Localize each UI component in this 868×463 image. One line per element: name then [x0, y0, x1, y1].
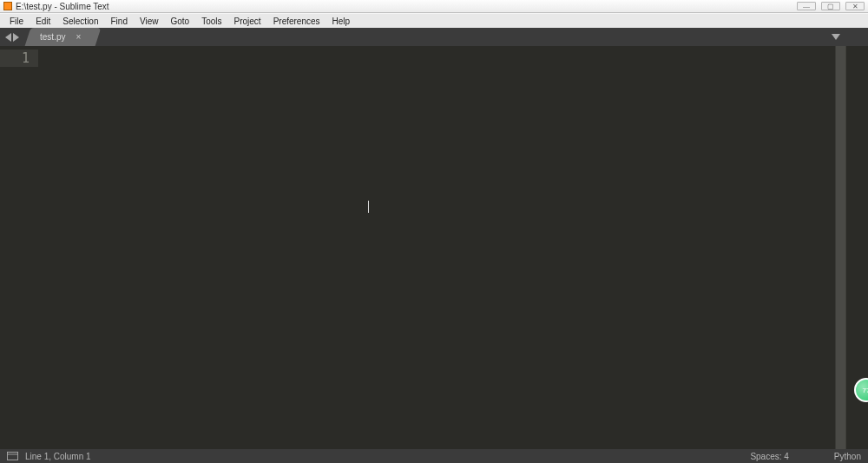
nav-back-icon[interactable]: [5, 33, 11, 42]
minimize-button[interactable]: —: [797, 2, 816, 10]
menu-view[interactable]: View: [134, 15, 165, 28]
menubar: File Edit Selection Find View Goto Tools…: [0, 13, 868, 28]
menu-preferences[interactable]: Preferences: [267, 15, 326, 28]
menu-help[interactable]: Help: [326, 15, 357, 28]
menu-project[interactable]: Project: [228, 15, 267, 28]
tab-history-nav: [0, 28, 24, 46]
menu-edit[interactable]: Edit: [30, 15, 56, 28]
tab-label: test.py: [40, 32, 65, 42]
menu-tools[interactable]: Tools: [195, 15, 227, 28]
tabbar-right-controls: [825, 28, 868, 46]
nav-forward-icon[interactable]: [13, 33, 19, 42]
menu-find[interactable]: Find: [105, 15, 134, 28]
app-icon: [3, 2, 12, 10]
tabbar: test.py ×: [0, 28, 868, 46]
gutter: 1: [0, 46, 38, 449]
vertical-scrollbar[interactable]: [835, 46, 845, 449]
code-editor[interactable]: [38, 46, 835, 449]
close-icon[interactable]: ×: [76, 32, 81, 42]
tabs: test.py ×: [24, 28, 98, 46]
line-number: 1: [0, 50, 38, 67]
bubble-text: 77: [863, 387, 868, 394]
window-controls: — ▢ ✕: [797, 2, 865, 10]
status-position[interactable]: Line 1, Column 1: [25, 452, 91, 461]
statusbar: Line 1, Column 1 Spaces: 4 Python: [0, 449, 868, 463]
text-cursor-icon: [368, 201, 369, 213]
status-syntax[interactable]: Python: [834, 452, 861, 461]
svg-rect-0: [7, 453, 17, 460]
window-titlebar: E:\test.py - Sublime Text — ▢ ✕: [0, 0, 868, 13]
tab-list-dropdown-icon[interactable]: [832, 34, 840, 40]
panel-switcher-icon[interactable]: [7, 452, 18, 460]
close-window-button[interactable]: ✕: [845, 2, 865, 10]
status-spaces[interactable]: Spaces: 4: [750, 452, 788, 461]
editor-area: 1: [0, 46, 868, 449]
menu-file[interactable]: File: [3, 15, 30, 28]
maximize-button[interactable]: ▢: [821, 2, 840, 10]
menu-selection[interactable]: Selection: [56, 15, 104, 28]
tab-file[interactable]: test.py ×: [25, 28, 102, 46]
menu-goto[interactable]: Goto: [164, 15, 195, 28]
window-title: E:\test.py - Sublime Text: [16, 2, 797, 11]
